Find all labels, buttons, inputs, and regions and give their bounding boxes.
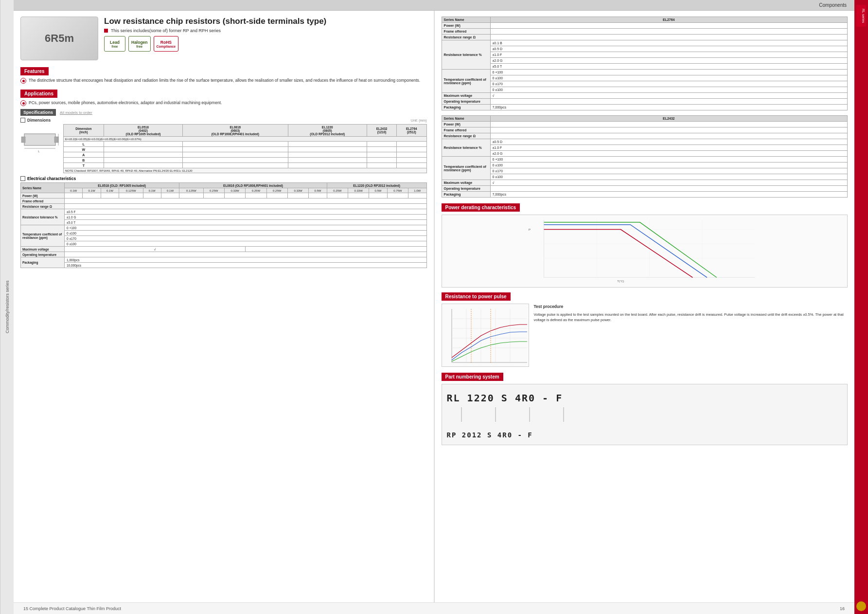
dim-col-header-5: EL2432(1210) — [367, 125, 396, 137]
dimensions-checkbox — [20, 118, 25, 123]
table-row: ±5.0 T — [21, 220, 427, 225]
elec-title-text: Electrical characteristics — [27, 176, 76, 181]
table-row: ±1.0 F — [442, 52, 848, 58]
elec-tol-G: ±1.0 G — [65, 215, 427, 220]
part-number-spacer — [447, 425, 843, 428]
pulse-test-content: Voltage pulse is applied to the test sam… — [534, 312, 848, 323]
dim-cell — [183, 158, 288, 163]
features-bullet-inner — [22, 80, 25, 82]
table-row: Temperature coefficient of resistance (p… — [442, 70, 848, 75]
elec-cell — [309, 193, 327, 199]
el2432-maxvolt: Maximum voltage — [442, 180, 490, 186]
elec-cell — [408, 193, 426, 199]
dim-col-header-4: EL1220(0805)(OLD RP2012 included) — [288, 125, 367, 137]
table-row: A — [64, 152, 427, 158]
dimensions-diagram: L W Dimension(inch) E — [20, 124, 427, 173]
features-bullet-item: The distinctive structure that encourage… — [20, 77, 427, 84]
badge-lead-free: Lead free — [104, 36, 125, 52]
elec-cell — [119, 193, 143, 199]
el2432-tcr-4: 0 ±100 — [490, 174, 848, 180]
elec-pkg-10000: 10,000pcs — [65, 263, 427, 268]
el2432-series-label: Series Name — [442, 116, 490, 122]
dimensions-table-wrapper: Dimension(inch) EL0518(0402)(OLD RP1005 … — [63, 124, 427, 173]
table-row: Operating temperature — [21, 252, 427, 257]
svg-rect-0 — [24, 134, 55, 145]
dim-row-label-B: B — [64, 158, 104, 163]
el2432-packaging-val: 7,000pcs — [490, 192, 848, 198]
el2764-tcr-label: Temperature coefficient of resistance (p… — [442, 70, 490, 93]
svg-text:L: L — [38, 150, 40, 153]
elec-t1-subh: 0.125W — [119, 188, 143, 193]
features-bullet-icon — [20, 78, 26, 84]
dim-col-header-6: EL2764(2512) — [397, 125, 426, 137]
el2764-tol-T: ±5.0 T — [490, 64, 848, 70]
dim-cell — [288, 163, 367, 168]
product-image-text: 6R5m — [45, 32, 74, 45]
el2764-res-tol-label: Resistance tolerance % — [442, 40, 490, 70]
el2432-tol-F: ±1.0 F — [490, 145, 848, 151]
features-text: The distinctive structure that encourage… — [29, 77, 420, 84]
badge-rohs-bottom: Compliance — [157, 45, 176, 48]
el2432-tcr-3: 0 ±170 — [490, 168, 848, 174]
page-left: 6R5m Low resistance chip resistors (shor… — [14, 11, 435, 602]
el2432-tcr-label: Temperature coefficient of resistance (p… — [442, 157, 490, 180]
el2764-table-wrapper: Series Name EL2764 Power (W) Frame offer… — [442, 17, 848, 110]
page-wrapper: Commodity/resistors series Components 6R… — [0, 0, 868, 614]
el2764-power: Power (W) — [442, 23, 490, 29]
table-row: ±1.0 G — [21, 215, 427, 220]
features-heading: Features — [20, 67, 49, 75]
pages-container: 6R5m Low resistance chip resistors (shor… — [14, 11, 854, 602]
applications-bullet-item: PCs, power sources, mobile phones, autom… — [20, 100, 427, 106]
table-row: Power (W) — [21, 193, 427, 199]
elec-t1-subh: 0.33W — [287, 188, 308, 193]
elec-cell — [83, 193, 101, 199]
el2764-tol-D: ±0.5 D — [490, 46, 848, 52]
pulse-chart-svg — [442, 304, 529, 367]
badge-lead-bottom: free — [112, 45, 118, 48]
dim-cell — [183, 142, 288, 147]
resistance-pulse-section: Resistance to power pulse — [442, 291, 848, 367]
dim-cell — [288, 147, 367, 152]
table-row: Frame offered — [442, 29, 848, 35]
badge-halogen-free: Halogen free — [128, 36, 151, 52]
el2432-tol-G: ±2.0 G — [490, 151, 848, 157]
dim-cell — [367, 147, 396, 152]
elec-pkg-1000: 1,000pcs — [65, 257, 427, 263]
elec-cell-resistance-val — [65, 204, 427, 209]
el2764-power-val — [490, 23, 848, 29]
pulse-test-title: Test procedure — [534, 304, 848, 310]
elec-optemp-val — [65, 252, 427, 257]
elec-table-1: Series Name EL0518 (OLD: RP1005 included… — [20, 182, 427, 268]
dim-svg-area: L W — [20, 124, 59, 155]
product-title-area: Low resistance chip resistors (short-sid… — [104, 17, 427, 55]
product-subtitle-text: This series includes(some of) former RP … — [111, 28, 221, 33]
elec-row-frame: Frame offered — [21, 199, 65, 204]
table-row: Resistance tolerance % ±0.1 B — [442, 40, 848, 46]
left-sidebar: Commodity/resistors series — [0, 0, 14, 614]
table-row: Packaging 1,000pcs — [21, 257, 427, 263]
dim-cell — [183, 147, 288, 152]
el2432-power: Power (W) — [442, 122, 490, 127]
el2764-packaging-val: 7,000pcs — [490, 105, 848, 110]
elec-row-tolerance: Resistance tolerance % — [21, 209, 65, 225]
pulse-test-description: Test procedure Voltage pulse is applied … — [534, 304, 848, 323]
sidebar-tab-rl-series[interactable]: RL series — [856, 5, 866, 27]
specs-link[interactable]: All models to order — [60, 110, 92, 115]
el2432-res-range-val — [490, 133, 848, 139]
elec-row-power: Power (W) — [21, 193, 65, 199]
el2764-optemp: Operating temperature — [442, 99, 490, 105]
elec-t1-subh: 0.5W — [309, 188, 327, 193]
dim-cell — [104, 142, 182, 147]
dim-cell — [367, 158, 396, 163]
elec-cell — [327, 193, 348, 199]
table-row: Maximum voltage √ — [442, 180, 848, 186]
el2764-res-range: Resistance range Ω — [442, 35, 490, 40]
table-row: Resistance tolerance % ±0.5 D — [442, 139, 848, 145]
svg-rect-1 — [21, 137, 25, 143]
product-header: 6R5m Low resistance chip resistors (shor… — [20, 17, 427, 60]
el2764-tcr-1: 0 +100 — [490, 70, 848, 75]
el2432-tol-D: ±0.5 D — [490, 139, 848, 145]
table-row: Operating temperature — [442, 186, 848, 192]
elec-t1-subh: 0.75W — [387, 188, 408, 193]
dimensions-section: Dimensions Unit: (mm) L — [20, 118, 427, 173]
